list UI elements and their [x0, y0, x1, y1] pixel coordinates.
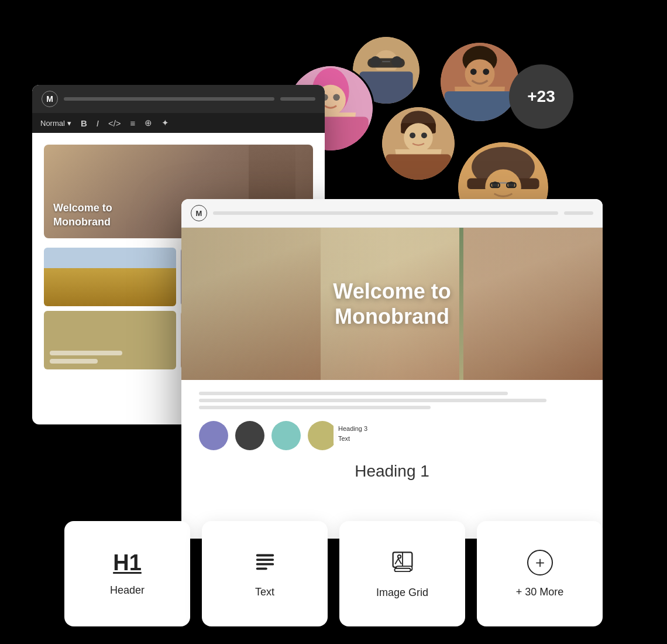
editor-logo: M: [42, 91, 58, 107]
svg-point-17: [421, 132, 427, 138]
olive-bar-1: [50, 351, 122, 355]
scene: +23 M Normal ▾ B I </> ≡ ⊕ ✦: [0, 0, 667, 644]
header-label: Header: [110, 584, 145, 597]
plus-circle-icon: ＋: [527, 550, 553, 576]
svg-rect-34: [256, 554, 273, 556]
svg-rect-36: [256, 563, 273, 565]
preview-url-bar-short: [564, 211, 593, 215]
color-swatches: [199, 421, 585, 450]
svg-rect-18: [386, 155, 451, 180]
svg-point-3: [370, 56, 381, 67]
preview-line-1: [199, 392, 508, 395]
header-icon: H1: [113, 551, 142, 574]
magic-button[interactable]: ✦: [161, 118, 169, 128]
svg-rect-37: [256, 567, 267, 570]
preview-browser: M Welcome toMonobrand: [181, 199, 603, 539]
card-more[interactable]: ＋ + 30 More: [477, 521, 603, 626]
preview-text-lines: [199, 392, 585, 409]
swatch-olive: [308, 421, 337, 450]
card-text[interactable]: Text: [202, 521, 328, 626]
svg-rect-35: [256, 559, 273, 561]
card-header[interactable]: H1 Header: [64, 521, 190, 626]
svg-rect-24: [445, 91, 515, 121]
svg-point-21: [465, 59, 495, 89]
svg-point-16: [410, 132, 415, 138]
avatar-plus-count: +23: [509, 64, 573, 129]
format-toolbar: Normal ▾ B I </> ≡ ⊕ ✦: [32, 113, 325, 133]
list-button[interactable]: ≡: [130, 118, 136, 128]
card-image-grid[interactable]: Image Grid: [339, 521, 465, 626]
svg-point-10: [333, 94, 340, 101]
partial-heading3: Heading 3: [338, 424, 367, 434]
editor-url-bar-short: [280, 97, 315, 101]
italic-button[interactable]: I: [97, 118, 99, 128]
preview-heading: Heading 1: [199, 462, 585, 481]
swatch-dark: [235, 421, 264, 450]
cards-row: H1 Header Text: [64, 521, 603, 626]
partial-label-overlay: Heading 3 Text: [334, 422, 372, 446]
text-icon: [254, 550, 276, 576]
more-label: + 30 More: [516, 586, 564, 598]
preview-toolbar: M: [181, 199, 603, 228]
preview-content: Heading 1: [181, 380, 603, 498]
editor-toolbar: M: [32, 85, 325, 113]
editor-hero-title: Welcome toMonobrand: [53, 201, 112, 229]
swatch-teal: [271, 421, 301, 450]
svg-point-22: [470, 68, 477, 75]
image-grid-icon: [391, 549, 414, 576]
text-label: Text: [255, 586, 274, 598]
grid-cell-olive: [44, 311, 176, 369]
swatch-purple: [199, 421, 228, 450]
image-grid-label: Image Grid: [376, 587, 428, 599]
svg-point-40: [397, 555, 400, 558]
olive-bar-2: [50, 359, 98, 364]
editor-url-bar: [64, 97, 274, 101]
code-button[interactable]: </>: [108, 118, 121, 128]
svg-point-4: [391, 56, 402, 67]
link-button[interactable]: ⊕: [145, 118, 152, 128]
style-dropdown[interactable]: Normal ▾: [40, 119, 71, 128]
svg-rect-42: [394, 568, 410, 571]
avatar-3: [380, 105, 456, 181]
preview-hero-title: Welcome toMonobrand: [333, 279, 451, 329]
preview-line-2: [199, 399, 546, 402]
wheat-scene: [44, 248, 176, 306]
svg-point-23: [483, 68, 489, 75]
grid-cell-field: [44, 248, 176, 306]
preview-line-3: [199, 406, 431, 409]
preview-hero: Welcome toMonobrand: [181, 228, 603, 380]
avatar-4: [439, 41, 521, 123]
svg-point-15: [404, 123, 433, 152]
preview-logo: M: [191, 205, 207, 221]
preview-url-bar: [213, 211, 558, 215]
partial-text: Text: [338, 434, 367, 444]
bold-button[interactable]: B: [81, 118, 87, 128]
